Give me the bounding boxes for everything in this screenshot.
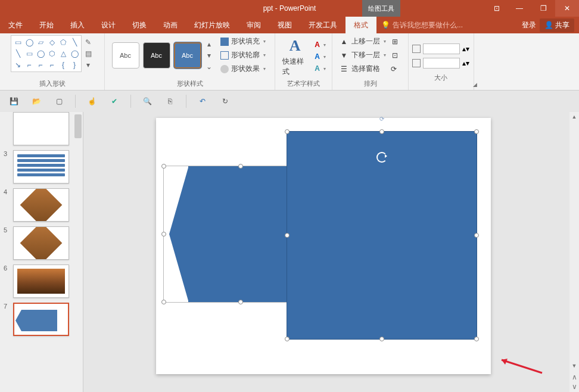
style-preset-1[interactable]: Abc [112,42,139,69]
resize-handle[interactable] [379,337,384,341]
minimize-button[interactable]: — [508,0,531,17]
spellcheck-button[interactable]: ✔ [105,93,123,110]
resize-handle[interactable] [161,232,166,237]
group-wordart: A 快速样式 A▾ A▾ A▾ 艺术字样式 [275,33,332,90]
touch-mode-button[interactable]: ☝ [83,93,101,110]
slide-nav-buttons[interactable]: ∧∨ [569,372,579,392]
thumbnail-scrollbar[interactable] [73,112,83,392]
shape-height-input[interactable] [423,43,460,54]
slide-thumbnail[interactable]: 5 [13,226,79,260]
send-backward-button[interactable]: ▼下移一层▾⊡ [338,49,403,61]
align-icon[interactable]: ⊞ [392,38,400,46]
slide-thumbnail[interactable]: 3 [13,150,79,183]
pentagon-shape[interactable] [169,166,189,303]
slide-number: 3 [4,150,7,157]
save-button[interactable]: 💾 [5,93,23,110]
edit-shape-icon[interactable]: ✎ [83,37,94,48]
resize-handle[interactable] [379,129,384,134]
stepper-icon[interactable]: ▴▾ [462,59,469,67]
scroll-down-icon[interactable]: ▼ [569,361,579,371]
rotate-handle-top[interactable]: ⟳ [379,116,385,122]
dialog-launcher-icon[interactable]: ◢ [473,82,477,88]
slide-thumbnail[interactable] [13,112,79,145]
tab-insert[interactable]: 插入 [62,17,93,33]
slide[interactable]: ⟳ [156,118,491,374]
slide-thumbnail[interactable]: 4 [13,188,79,222]
slide-canvas-area[interactable]: ⟳ ▲ ▼ ∧∨ [83,112,579,392]
rotate-handle[interactable] [376,152,387,163]
resize-handle[interactable] [474,233,479,238]
open-button[interactable]: 📂 [27,93,45,110]
bring-forward-button[interactable]: ▲上移一层▾⊞ [338,35,403,48]
text-box-icon[interactable]: ▤ [83,48,94,59]
undo-button[interactable]: ↶ [194,93,211,110]
canvas-scrollbar[interactable]: ▲ ▼ ∧∨ [569,112,579,392]
tab-transition[interactable]: 切换 [124,17,155,33]
resize-handle[interactable] [285,129,290,134]
tell-me[interactable]: 💡 告诉我您想要做什么... [376,17,468,33]
shapes-gallery[interactable]: ▭◯▱◇⬠╲ ╲▭◯⬡△◯ ↘⌐⌐⌐{} [11,35,82,72]
selection-pane-icon: ☰ [341,65,349,73]
tab-format[interactable]: 格式 [345,17,376,33]
login-link[interactable]: 登录 [522,20,536,30]
document-title: ppt - PowerPoint [263,4,316,13]
text-outline-button[interactable]: A▾ [312,51,328,62]
rectangle-shape[interactable] [287,131,477,340]
resize-handle[interactable] [474,337,479,341]
tab-home[interactable]: 开始 [31,17,62,33]
group-label: 形状样式 [108,78,271,90]
tab-developer[interactable]: 开发工具 [300,17,345,33]
text-fill-button[interactable]: A▾ [312,39,328,50]
shape-effects-button[interactable]: 形状效果▾ [218,63,268,75]
text-effects-button[interactable]: A▾ [312,63,328,74]
slide-thumbnail[interactable]: 7 [13,303,79,336]
gallery-down-icon[interactable]: ▾ [204,50,214,61]
height-icon [412,45,421,53]
shape-width-input[interactable] [423,58,460,69]
stepper-icon[interactable]: ▴▾ [462,45,469,53]
quick-styles-button[interactable]: A 快速样式 [279,35,311,78]
macro-button[interactable]: ⎘ [161,93,179,110]
share-button[interactable]: 👤 共享 [540,18,574,32]
slide-thumbnail[interactable]: 6 [13,265,79,298]
selection-pane-button[interactable]: ☰选择窗格⟳ [338,63,403,75]
ribbon-display-options-icon[interactable]: ⊡ [486,0,508,17]
slide-thumbnails-panel[interactable]: 3 4 5 6 7 [0,112,83,392]
ribbon-tabs: 文件 开始 插入 设计 切换 动画 幻灯片放映 审阅 视图 开发工具 格式 💡 … [0,17,579,33]
tab-view[interactable]: 视图 [269,17,300,33]
group-insert-shapes: ▭◯▱◇⬠╲ ╲▭◯⬡△◯ ↘⌐⌐⌐{} ✎ ▤ ▾ 插入形状 [0,33,105,90]
more-shapes-icon[interactable]: ▾ [83,60,94,70]
resize-handle[interactable] [161,164,166,169]
resize-handle[interactable] [285,233,290,238]
shape-fill-button[interactable]: 形状填充▾ [218,35,268,48]
send-backward-icon: ▼ [341,51,349,60]
tab-design[interactable]: 设计 [93,17,124,33]
gallery-up-icon[interactable]: ▴ [204,39,214,49]
tab-review[interactable]: 审阅 [238,17,269,33]
resize-handle[interactable] [161,300,166,304]
shape-style-gallery[interactable]: Abc Abc Abc [112,42,201,69]
tab-animation[interactable]: 动画 [155,17,186,33]
style-preset-3[interactable]: Abc [174,42,201,69]
tab-file[interactable]: 文件 [0,17,31,33]
redo-button[interactable]: ↻ [216,93,234,110]
contextual-tab-drawing-tools[interactable]: 绘图工具 [362,0,400,17]
restore-button[interactable]: ❐ [531,0,555,17]
find-button[interactable]: 🔍 [138,93,156,110]
resize-handle[interactable] [474,129,479,134]
effects-icon [220,65,229,73]
style-preset-2[interactable]: Abc [143,42,170,69]
slide-number: 5 [4,226,7,234]
wordart-a-icon: A [285,36,304,55]
gallery-more-icon[interactable]: ⌄ [204,61,214,72]
close-button[interactable]: ✕ [555,0,579,17]
bring-forward-icon: ▲ [341,38,349,46]
scroll-up-icon[interactable]: ▲ [569,112,579,122]
resize-handle[interactable] [285,337,290,341]
shape-outline-button[interactable]: 形状轮廓▾ [218,49,268,61]
new-button[interactable]: ▢ [50,93,68,110]
rotate-icon[interactable]: ⟳ [391,65,399,73]
tab-slideshow[interactable]: 幻灯片放映 [186,17,238,33]
ribbon: ▭◯▱◇⬠╲ ╲▭◯⬡△◯ ↘⌐⌐⌐{} ✎ ▤ ▾ 插入形状 Abc Abc … [0,33,579,91]
group-icon[interactable]: ⊡ [392,51,400,60]
